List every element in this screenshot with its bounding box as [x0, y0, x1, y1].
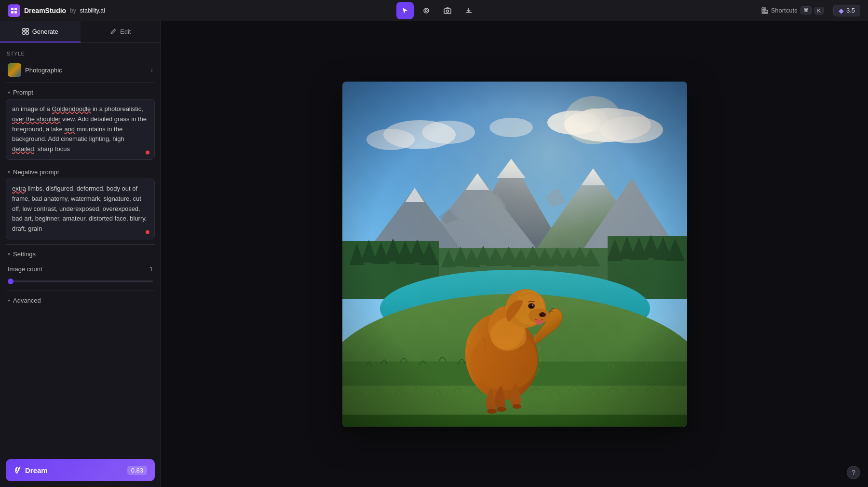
main-content: Generate Edit Style — [0, 21, 868, 487]
svg-rect-8 — [762, 8, 764, 10]
divider-3 — [6, 291, 155, 291]
negative-prompt-error-indicator — [146, 230, 149, 234]
svg-rect-98 — [342, 82, 687, 427]
prompt-caret-icon: ▾ — [8, 90, 10, 95]
prompt-highlight-over: over the shoulder — [12, 115, 60, 123]
logo-stability: stability.ai — [80, 7, 105, 14]
camera-button[interactable] — [439, 2, 456, 19]
dream-button[interactable]: Dream 0.83 — [6, 459, 155, 481]
svg-rect-3 — [14, 11, 17, 14]
image-count-slider-container — [6, 276, 155, 289]
svg-point-7 — [447, 10, 449, 12]
scene-canvas — [342, 82, 687, 427]
generated-image — [342, 82, 687, 427]
tab-generate-label: Generate — [32, 28, 58, 35]
divider-2 — [6, 244, 155, 245]
advanced-label: Advanced — [13, 297, 41, 304]
svg-rect-9 — [764, 8, 766, 10]
tab-edit-label: Edit — [120, 28, 131, 35]
image-count-row: Image count 1 — [6, 261, 155, 276]
prompt-highlight-detailed: detailed — [12, 145, 34, 153]
image-count-label: Image count — [8, 265, 42, 273]
advanced-caret-icon: ▾ — [8, 298, 10, 303]
style-selector[interactable]: Photographic › — [6, 59, 155, 81]
dream-btn-left: Dream — [14, 466, 48, 474]
settings-label: Settings — [13, 250, 36, 258]
settings-section-header[interactable]: ▾ Settings — [6, 247, 155, 261]
svg-rect-0 — [11, 8, 14, 10]
style-thumbnail — [8, 63, 21, 77]
svg-rect-14 — [26, 28, 28, 31]
logo-by: by — [70, 7, 76, 14]
svg-rect-16 — [26, 32, 28, 34]
svg-rect-10 — [762, 10, 763, 12]
svg-rect-13 — [23, 28, 25, 31]
negative-prompt-section-header[interactable]: ▾ Negative prompt — [6, 165, 155, 179]
canvas-area: ? — [161, 21, 868, 487]
dream-icon — [14, 466, 21, 474]
svg-point-5 — [425, 10, 427, 12]
sidebar-tabs: Generate Edit — [0, 21, 161, 43]
svg-point-4 — [424, 8, 429, 13]
shortcuts-label: Shortcuts — [771, 7, 798, 14]
dream-label: Dream — [25, 466, 48, 474]
help-button[interactable]: ? — [847, 466, 860, 479]
prompt-text: an image of a Goldendoodle in a photorea… — [12, 104, 149, 154]
neg-highlight-extra: extra — [12, 185, 26, 192]
prompt-error-indicator — [146, 151, 149, 154]
prompt-section-header[interactable]: ▾ Prompt — [6, 85, 155, 99]
download-button[interactable] — [460, 2, 477, 19]
logo-icon — [8, 4, 20, 17]
style-chevron-icon: › — [150, 66, 153, 74]
style-value: Photographic — [25, 67, 62, 74]
negative-prompt-caret-icon: ▾ — [8, 169, 10, 175]
settings-caret-icon: ▾ — [8, 251, 10, 257]
app-logo: DreamStudio by stability.ai — [8, 4, 105, 17]
style-section-label: Style — [6, 49, 155, 59]
negative-prompt-label: Negative prompt — [13, 168, 59, 176]
select-tool-button[interactable] — [396, 2, 414, 19]
svg-rect-12 — [762, 13, 768, 14]
prompt-label: Prompt — [13, 89, 33, 96]
svg-rect-1 — [14, 8, 17, 10]
topbar-right: Shortcuts ⌘ K ◆ 3.5 — [758, 4, 860, 16]
svg-rect-11 — [764, 10, 768, 12]
mask-tool-button[interactable] — [418, 2, 435, 19]
svg-rect-15 — [23, 32, 25, 34]
svg-rect-6 — [444, 9, 451, 14]
dream-cost: 0.83 — [127, 466, 147, 475]
style-left: Photographic — [8, 63, 62, 77]
sidebar: Generate Edit Style — [0, 21, 161, 487]
divider-1 — [6, 83, 155, 83]
tab-generate[interactable]: Generate — [0, 21, 81, 42]
advanced-section-header[interactable]: ▾ Advanced — [6, 293, 155, 308]
negative-prompt-text: extra limbs, disfigured, deformed, body … — [12, 184, 149, 234]
sidebar-body: Style — [0, 43, 161, 454]
prompt-highlight-and: and — [64, 125, 75, 133]
image-count-value: 1 — [149, 265, 153, 273]
shortcut-key1: ⌘ — [800, 6, 812, 14]
topbar-tools — [117, 2, 758, 19]
app-title: DreamStudio — [24, 7, 66, 14]
credits-value: 3.5 — [846, 7, 855, 14]
svg-rect-17 — [8, 63, 21, 77]
shortcuts-button[interactable]: Shortcuts ⌘ K — [758, 4, 827, 16]
prompt-highlight-goldendoodle: Goldendoodle — [52, 105, 91, 112]
topbar: DreamStudio by stability.ai — [0, 0, 868, 21]
shortcut-key2: K — [814, 7, 824, 14]
svg-rect-2 — [11, 11, 14, 14]
tab-edit[interactable]: Edit — [81, 21, 161, 42]
prompt-box[interactable]: an image of a Goldendoodle in a photorea… — [6, 99, 155, 160]
negative-prompt-box[interactable]: extra limbs, disfigured, deformed, body … — [6, 179, 155, 239]
image-count-slider[interactable] — [8, 280, 153, 282]
credits-icon: ◆ — [839, 7, 844, 14]
credit-display: ◆ 3.5 — [833, 5, 860, 16]
